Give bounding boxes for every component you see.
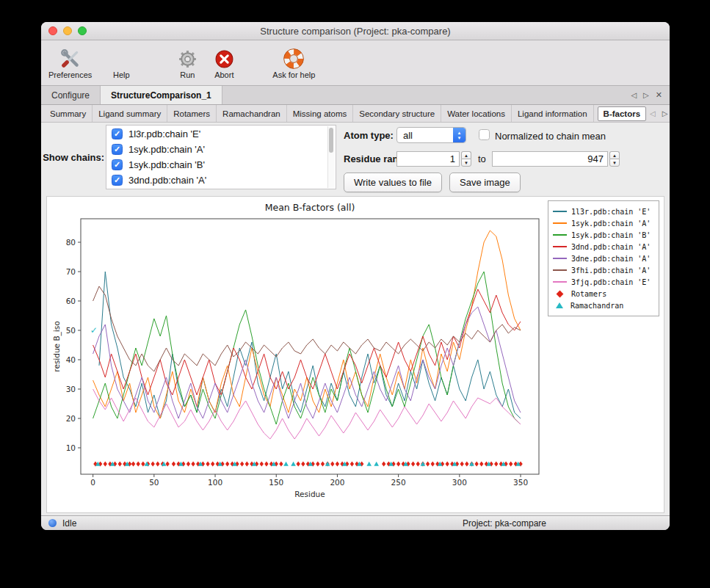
tab-b-factors[interactable]: B-factors (598, 106, 646, 121)
chain-list-item[interactable]: 1l3r.pdb:chain 'E' (106, 126, 336, 142)
run-button[interactable]: Run (171, 43, 203, 80)
svg-text:200: 200 (330, 478, 344, 487)
legend-swatch (553, 281, 567, 283)
legend-swatch (557, 290, 564, 297)
atom-type-select[interactable]: all (396, 127, 466, 143)
legend-item: 1l3r.pdb:chain 'E' (553, 206, 654, 217)
residue-from-stepper[interactable] (461, 151, 471, 167)
tab-secondary-structure[interactable]: Secondary structure (353, 105, 441, 122)
normalized-checkbox[interactable] (479, 129, 490, 140)
tab-structurecomparison-1[interactable]: StructureComparison_1 (101, 86, 222, 104)
residue-from-input[interactable] (396, 151, 460, 167)
legend-item: 3fjq.pdb:chain 'E' (553, 276, 654, 288)
ask-for-help-button[interactable]: Ask for help (272, 43, 315, 80)
svg-text:residue B_iso: residue B_iso (52, 321, 62, 371)
close-window-button[interactable] (48, 26, 57, 35)
svg-text:150: 150 (269, 478, 283, 487)
abort-icon (214, 47, 234, 70)
legend-item: Ramachandran (553, 300, 654, 311)
tab-ligand-summary[interactable]: Ligand summary (93, 105, 167, 122)
tab-ramachandran[interactable]: Ramachandran (217, 105, 287, 122)
svg-text:Mean B-factors (all): Mean B-factors (all) (265, 202, 355, 213)
tab-configure[interactable]: Configure (41, 86, 101, 104)
tools-icon (60, 47, 81, 70)
report-tab-bar: Summary Ligand summary Rotamers Ramachan… (41, 105, 670, 123)
tab-scroll-left-icon[interactable] (631, 92, 637, 99)
chain-list-scrollbar[interactable] (327, 126, 335, 188)
app-window: Structure comparison (Project: pka-compa… (41, 22, 670, 530)
normalized-label: Normalized to chain mean (495, 131, 606, 142)
svg-text:100: 100 (208, 478, 222, 487)
save-image-button[interactable]: Save image (449, 173, 521, 192)
legend-swatch (553, 258, 567, 259)
lifebuoy-icon (283, 47, 304, 70)
svg-text:80: 80 (66, 238, 76, 247)
window-titlebar: Structure comparison (Project: pka-compa… (41, 22, 670, 40)
tab-scroll-right-icon[interactable] (643, 92, 649, 99)
svg-text:20: 20 (66, 414, 76, 423)
svg-text:Residue: Residue (294, 490, 325, 498)
tab-rotamers[interactable]: Rotamers (167, 105, 217, 122)
chain-checkbox[interactable] (112, 128, 123, 139)
residue-to-input[interactable] (492, 151, 608, 167)
zoom-window-button[interactable] (78, 26, 87, 35)
preferences-button[interactable]: Preferences (48, 43, 92, 80)
tab-ligand-information[interactable]: Ligand information (512, 105, 594, 122)
tab-water-locations[interactable]: Water locations (441, 105, 512, 122)
chain-list-scrollbar-thumb[interactable] (329, 128, 333, 153)
chain-label: 3dnd.pdb:chain 'A' (128, 175, 206, 186)
tab-missing-atoms[interactable]: Missing atoms (287, 105, 354, 122)
status-bar: Idle Project: pka-compare (41, 515, 670, 530)
residue-to-stepper[interactable] (609, 151, 620, 167)
legend-item: 3dnd.pdb:chain 'A' (553, 241, 654, 253)
run-label: Run (180, 70, 195, 80)
chain-list[interactable]: 1l3r.pdb:chain 'E' 1syk.pdb:chain 'A' 1s… (106, 125, 336, 189)
report-scroll-right-icon[interactable] (662, 110, 668, 117)
svg-text:70: 70 (66, 267, 76, 276)
svg-text:10: 10 (66, 443, 76, 452)
svg-text:✓: ✓ (90, 325, 98, 335)
legend-swatch (553, 234, 567, 236)
chain-list-item[interactable]: 1syk.pdb:chain 'B' (106, 157, 336, 173)
chain-checkbox[interactable] (112, 144, 123, 155)
dropdown-stepper-icon (453, 128, 466, 142)
abort-button[interactable]: Abort (208, 43, 240, 80)
primary-tab-bar: Configure StructureComparison_1 (41, 86, 670, 105)
svg-text:60: 60 (66, 297, 76, 305)
chain-label: 1syk.pdb:chain 'B' (128, 159, 205, 170)
legend-swatch (553, 222, 567, 224)
legend-swatch (556, 302, 563, 308)
svg-text:30: 30 (66, 385, 76, 393)
chain-list-item[interactable]: 1syk.pdb:chain 'A' (106, 142, 336, 157)
svg-text:40: 40 (66, 355, 76, 364)
atom-type-label: Atom type: (344, 130, 394, 141)
status-text: Idle (62, 518, 76, 529)
legend-item: 1syk.pdb:chain 'A' (553, 217, 654, 229)
write-values-button[interactable]: Write values to file (344, 173, 442, 192)
help-button[interactable]: Help (105, 43, 137, 80)
chain-label: 1l3r.pdb:chain 'E' (128, 128, 200, 139)
minimize-window-button[interactable] (63, 26, 72, 35)
status-indicator-icon (48, 519, 57, 527)
chain-checkbox[interactable] (112, 175, 123, 186)
traffic-lights (48, 22, 87, 40)
svg-text:0: 0 (90, 478, 95, 487)
tab-close-icon[interactable] (656, 91, 662, 99)
toolbar: Preferences Help Run (41, 40, 670, 86)
chain-checkbox[interactable] (112, 159, 123, 170)
abort-label: Abort (214, 70, 233, 80)
range-to-label: to (478, 153, 486, 164)
svg-text:250: 250 (391, 478, 406, 487)
window-title: Structure comparison (Project: pka-compa… (41, 26, 670, 37)
tab-summary[interactable]: Summary (44, 105, 93, 122)
svg-text:50: 50 (149, 478, 159, 487)
ask-for-help-label: Ask for help (272, 70, 315, 80)
legend-item: 3fhi.pdb:chain 'A' (553, 264, 654, 276)
legend-item: 3dne.pdb:chain 'A' (553, 253, 654, 264)
bfactor-controls: Show chains: 1l3r.pdb:chain 'E' 1syk.pdb… (41, 123, 670, 195)
show-chains-label: Show chains: (43, 152, 104, 163)
atom-type-value: all (397, 130, 453, 141)
svg-text:50: 50 (66, 326, 76, 335)
report-scroll-left-icon[interactable] (650, 110, 656, 117)
chain-list-item[interactable]: 3dnd.pdb:chain 'A' (106, 173, 336, 188)
